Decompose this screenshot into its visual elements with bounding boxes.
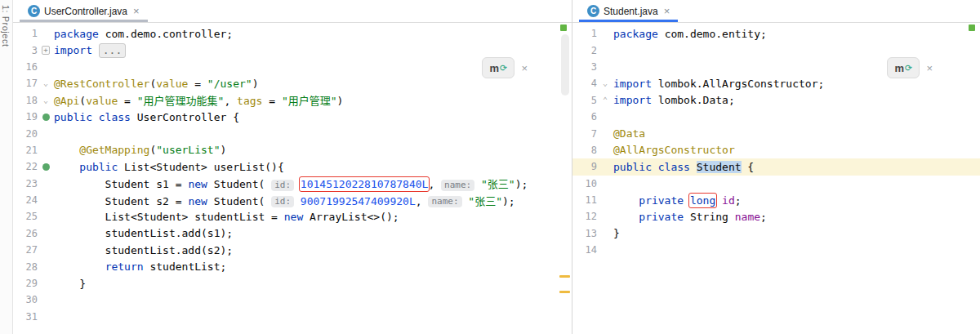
code-line[interactable]: package com.demo.entity;: [613, 28, 767, 40]
line-number[interactable]: 3: [572, 61, 597, 73]
code-row: 7@Data: [572, 125, 980, 141]
line-number[interactable]: 31: [13, 311, 38, 323]
inspection-ok-indicator[interactable]: [969, 24, 975, 31]
line-number[interactable]: 24: [13, 194, 38, 206]
chev-icon[interactable]: [39, 94, 52, 107]
line-number[interactable]: 30: [13, 294, 38, 305]
token: "张三": [468, 195, 502, 207]
code-line[interactable]: private String name;: [613, 211, 767, 223]
line-number[interactable]: 18: [13, 95, 38, 106]
code-line[interactable]: @GetMapping("userList"): [54, 144, 226, 156]
token: ): [252, 78, 259, 90]
code-line[interactable]: }: [54, 278, 86, 290]
chevup-icon[interactable]: [599, 94, 612, 107]
line-number[interactable]: 20: [13, 128, 38, 140]
code-row: 18@Api(value = "用户管理功能集", tags = "用户管理"): [13, 92, 572, 109]
gutter-icon-slot: [599, 44, 612, 57]
close-icon[interactable]: ×: [133, 5, 140, 17]
code-line[interactable]: public class Student {: [613, 161, 754, 173]
token: public class: [54, 111, 137, 123]
code-line[interactable]: import lombok.Data;: [613, 94, 735, 106]
line-number[interactable]: 7: [572, 128, 597, 140]
chev-icon[interactable]: [39, 77, 52, 90]
gutter-icon-slot: [599, 194, 612, 207]
code-line[interactable]: return studentList;: [54, 261, 226, 273]
editor-scrollbar-thumb[interactable]: [561, 34, 569, 96]
line-number[interactable]: 26: [13, 228, 38, 239]
code-line[interactable]: @AllArgsConstructor: [613, 144, 735, 156]
chev-icon[interactable]: [599, 77, 612, 90]
token: );: [502, 195, 515, 207]
line-number[interactable]: 22: [13, 161, 38, 172]
tab-student[interactable]: C Student.java ×: [579, 0, 678, 22]
line-number[interactable]: 16: [13, 61, 38, 73]
line-number[interactable]: 25: [13, 211, 38, 222]
line-number[interactable]: 9: [572, 161, 597, 172]
code-line[interactable]: import lombok.AllArgsConstructor;: [613, 78, 824, 90]
line-number[interactable]: 1: [13, 28, 38, 39]
plugin-widget-button[interactable]: m ⟳: [887, 57, 920, 78]
token: studentList.add(s2);: [54, 244, 233, 256]
gutter-icon-slot: [39, 243, 52, 256]
close-icon[interactable]: ×: [664, 5, 670, 17]
line-number[interactable]: 3: [13, 45, 38, 56]
code-line[interactable]: }: [613, 227, 620, 239]
gutter-icon-slot: [599, 144, 612, 157]
red-annotation-box: 1014512022810787840L: [301, 178, 429, 190]
line-number[interactable]: 21: [13, 145, 38, 156]
line-number[interactable]: 1: [572, 28, 597, 39]
bean-icon[interactable]: [39, 110, 52, 123]
code-line[interactable]: @RestController(value = "/user"): [54, 78, 258, 90]
project-tool-button[interactable]: 1: Project: [1, 5, 11, 47]
gutter-icon-slot: [39, 227, 52, 240]
code-line[interactable]: Student s1 = new Student( id: 1014512022…: [54, 176, 528, 191]
warning-stripe-mark[interactable]: [559, 275, 570, 278]
inspection-ok-indicator[interactable]: [560, 24, 567, 31]
line-number[interactable]: 5: [572, 95, 597, 106]
line-number[interactable]: 27: [13, 244, 38, 256]
line-number[interactable]: 13: [572, 228, 597, 239]
inline-plugin-widget: m ⟳ ×: [482, 57, 528, 78]
line-number[interactable]: 8: [572, 145, 597, 156]
line-number[interactable]: 23: [13, 178, 38, 189]
code-line[interactable]: public class UserController {: [54, 111, 239, 123]
token: package: [54, 28, 105, 40]
widget-close-icon[interactable]: ×: [926, 62, 933, 74]
code-line[interactable]: import ...: [54, 43, 126, 58]
line-number[interactable]: 19: [13, 111, 38, 122]
token: =: [118, 95, 136, 107]
line-number[interactable]: 17: [13, 78, 38, 89]
token: Student s1 =: [54, 178, 188, 190]
tab-usercontroller[interactable]: C UserController.java ×: [20, 0, 148, 22]
warning-stripe-mark[interactable]: [559, 291, 570, 293]
code-line[interactable]: @Api(value = "用户管理功能集", tags = "用户管理"): [54, 92, 343, 108]
line-number[interactable]: 4: [572, 78, 597, 89]
line-number[interactable]: 2: [572, 45, 597, 56]
gutter-icon-slot: [599, 27, 612, 40]
line-number[interactable]: 28: [13, 261, 38, 273]
code-line[interactable]: studentList.add(s1);: [54, 227, 233, 239]
inlay-hint: name:: [428, 196, 461, 207]
token: studentList;: [149, 261, 226, 273]
plus-icon[interactable]: [39, 44, 52, 57]
token: "/user": [207, 78, 252, 90]
line-number[interactable]: 29: [13, 278, 38, 289]
plugin-widget-button[interactable]: m ⟳: [482, 57, 514, 78]
gutter-icon-slot: [599, 227, 612, 240]
code-line[interactable]: studentList.add(s2);: [54, 244, 233, 256]
code-line[interactable]: @Data: [613, 127, 645, 140]
code-line[interactable]: package com.demo.controller;: [54, 28, 233, 40]
code-line[interactable]: private long id;: [613, 194, 742, 207]
line-number[interactable]: 12: [572, 211, 597, 222]
bean-icon[interactable]: [39, 160, 52, 173]
line-number[interactable]: 14: [572, 244, 597, 256]
code-line[interactable]: public List<Student> userList(){: [54, 161, 284, 173]
code-line[interactable]: Student s2 = new Student( id: 9007199254…: [54, 193, 515, 208]
tab-bar-right: C Student.java ×: [572, 0, 980, 23]
token: ;: [735, 194, 742, 207]
widget-close-icon[interactable]: ×: [521, 62, 528, 74]
line-number[interactable]: 6: [572, 111, 597, 122]
line-number[interactable]: 10: [572, 178, 597, 189]
code-line[interactable]: List<Student> studentList = new ArrayLis…: [54, 211, 399, 223]
line-number[interactable]: 11: [572, 194, 597, 206]
